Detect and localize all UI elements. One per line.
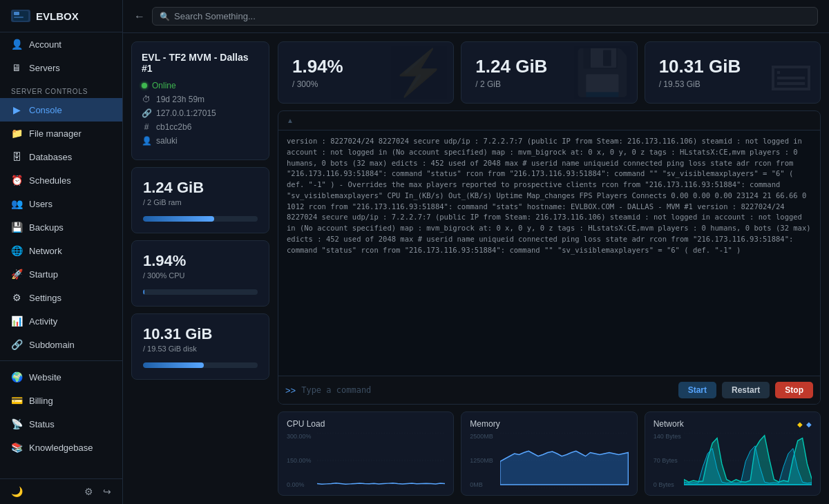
- subdomain-icon: 🔗: [11, 339, 22, 350]
- sidebar-footer-icons: ⚙ ↪: [84, 486, 111, 497]
- servers-icon: 🖥: [11, 62, 22, 73]
- server-name: EVL - TF2 MVM - Dallas #1: [142, 52, 259, 74]
- network-out-icon: ◆: [806, 420, 812, 428]
- account-icon: 👤: [11, 39, 22, 50]
- sidebar-item-label: Network: [29, 246, 62, 256]
- gear-icon[interactable]: ⚙: [84, 486, 93, 497]
- knowledgebase-icon: 📚: [11, 442, 22, 453]
- sidebar-item-label: Schedules: [29, 175, 71, 186]
- sidebar-item-network[interactable]: 🌐 Network: [0, 239, 122, 262]
- cpu-chart-area: 300.00% 150.00% 0.00%: [287, 433, 445, 488]
- sidebar-item-label: Account: [29, 39, 61, 50]
- sidebar-item-users[interactable]: 👥 Users: [0, 192, 122, 215]
- cpu-bar-fill: [143, 289, 144, 295]
- console-panel: ▲ version : 8227024/24 8227024 secure ud…: [278, 110, 821, 405]
- sidebar-item-label: Activity: [29, 316, 57, 327]
- back-button[interactable]: ←: [134, 10, 145, 23]
- network-icon: 🌐: [11, 245, 22, 256]
- disk-card: 10.31 GiB / 19.53 GiB disk: [131, 313, 269, 380]
- sidebar-item-account[interactable]: 👤 Account: [0, 32, 122, 56]
- server-info-card: EVL - TF2 MVM - Dallas #1 Online ⏱ 19d 2…: [131, 41, 269, 160]
- memory-chart-area: 2500MB 1250MB 0MB: [470, 433, 628, 488]
- sidebar-item-servers[interactable]: 🖥 Servers: [0, 56, 122, 79]
- disk-sub: / 19.53 GiB disk: [143, 345, 258, 353]
- memory-chart-inner: [500, 433, 628, 488]
- disk-bar: [143, 362, 258, 368]
- network-yaxis: 140 Bytes 70 Bytes 0 Bytes: [654, 433, 681, 488]
- cpu-sub: / 300% CPU: [143, 271, 258, 280]
- user-icon: 👤: [142, 136, 151, 146]
- network-chart-area: 140 Bytes 70 Bytes 0 Bytes: [654, 433, 812, 488]
- settings-icon: ⚙: [11, 292, 22, 303]
- svg-rect-2: [14, 17, 23, 18]
- network-chart-icons: ◆ ◆: [797, 420, 812, 428]
- svg-marker-9: [500, 451, 628, 485]
- status-label: Online: [152, 81, 176, 90]
- activity-icon: 📊: [11, 316, 22, 327]
- server-address: 🔗 127.0.0.1:27015: [142, 108, 259, 118]
- sidebar-item-knowledgebase[interactable]: 📚 Knowledgebase: [0, 436, 122, 459]
- topbar: ← 🔍: [123, 0, 829, 33]
- sidebar-server-items: ▶ Console 📁 File manager 🗄 Databases ⏰ S…: [0, 98, 122, 356]
- sidebar: EVLBOX 👤 Account 🖥 Servers SERVER CONTRO…: [0, 0, 123, 504]
- file-manager-icon: 📁: [11, 128, 22, 139]
- console-icon: ▶: [11, 104, 22, 115]
- sidebar-item-settings[interactable]: ⚙ Settings: [0, 286, 122, 309]
- network-in-icon: ◆: [797, 420, 803, 428]
- sidebar-item-databases[interactable]: 🗄 Databases: [0, 145, 122, 168]
- ram-bar-fill: [143, 216, 214, 222]
- main-content: ← 🔍 EVL - TF2 MVM - Dallas #1 Online ⏱ 1…: [123, 0, 829, 504]
- cpu-value: 1.94%: [143, 252, 258, 270]
- cpu-bar: [143, 289, 258, 295]
- console-body[interactable]: version : 8227024/24 8227024 secure udp/…: [278, 130, 820, 376]
- sidebar-item-website[interactable]: 🌍 Website: [0, 365, 122, 389]
- console-footer: >> Start Restart Stop: [278, 376, 820, 404]
- restart-button[interactable]: Restart: [722, 382, 770, 398]
- top-disk-card: 🖴 10.31 GiB / 19.53 GiB: [645, 41, 821, 104]
- console-header: ▲: [278, 111, 820, 130]
- sidebar-item-label: Subdomain: [29, 340, 75, 350]
- sidebar-item-console[interactable]: ▶ Console: [0, 98, 122, 122]
- logo: EVLBOX: [0, 0, 122, 32]
- cpu-chart-inner: [317, 433, 445, 488]
- sidebar-item-file-manager[interactable]: 📁 File manager: [0, 122, 122, 145]
- sidebar-footer: 🌙 ⚙ ↪: [0, 478, 122, 504]
- sidebar-item-label: Billing: [29, 396, 53, 406]
- server-status: Online: [142, 81, 259, 90]
- charts-row: CPU Load 300.00% 150.00% 0.00%: [278, 411, 821, 496]
- server-user: 👤 saluki: [142, 136, 259, 146]
- cpu-chart-title: CPU Load: [287, 419, 445, 429]
- dark-mode-icon[interactable]: 🌙: [11, 486, 23, 497]
- console-scroll-indicator: ▲: [287, 117, 294, 124]
- search-input[interactable]: [174, 11, 810, 21]
- backups-icon: 💾: [11, 222, 22, 233]
- left-column: EVL - TF2 MVM - Dallas #1 Online ⏱ 19d 2…: [131, 41, 269, 496]
- status-icon: 📡: [11, 418, 22, 429]
- sidebar-item-startup[interactable]: 🚀 Startup: [0, 262, 122, 286]
- sidebar-item-schedules[interactable]: ⏰ Schedules: [0, 168, 122, 192]
- website-icon: 🌍: [11, 371, 22, 382]
- top-stats-row: ⚡ 1.94% / 300% 💾 1.24 GiB / 2 GiB 🖴 10.3…: [278, 41, 821, 104]
- sidebar-bottom-items: 🌍 Website 💳 Billing 📡 Status 📚 Knowledge…: [0, 365, 122, 459]
- top-ram-bg-icon: 💾: [575, 47, 630, 99]
- cpu-card: 1.94% / 300% CPU: [131, 240, 269, 307]
- ram-value: 1.24 GiB: [143, 179, 258, 197]
- logout-icon[interactable]: ↪: [103, 486, 111, 497]
- ram-sub: / 2 GiB ram: [143, 198, 258, 206]
- sidebar-item-label: Backups: [29, 222, 64, 233]
- stop-button[interactable]: Stop: [775, 382, 813, 398]
- sidebar-item-backups[interactable]: 💾 Backups: [0, 215, 122, 239]
- sidebar-item-label: Status: [29, 419, 55, 429]
- sidebar-item-subdomain[interactable]: 🔗 Subdomain: [0, 333, 122, 356]
- search-bar[interactable]: 🔍: [152, 7, 818, 26]
- cpu-load-chart: CPU Load 300.00% 150.00% 0.00%: [278, 411, 454, 496]
- start-button[interactable]: Start: [678, 382, 716, 398]
- top-disk-bg-icon: 🖴: [769, 47, 813, 98]
- content-area: EVL - TF2 MVM - Dallas #1 Online ⏱ 19d 2…: [123, 33, 829, 504]
- sidebar-item-billing[interactable]: 💳 Billing: [0, 389, 122, 412]
- sidebar-item-activity[interactable]: 📊 Activity: [0, 309, 122, 333]
- sidebar-item-status[interactable]: 📡 Status: [0, 412, 122, 436]
- console-input[interactable]: [301, 385, 672, 395]
- memory-chart-svg: [500, 433, 628, 488]
- databases-icon: 🗄: [11, 151, 22, 162]
